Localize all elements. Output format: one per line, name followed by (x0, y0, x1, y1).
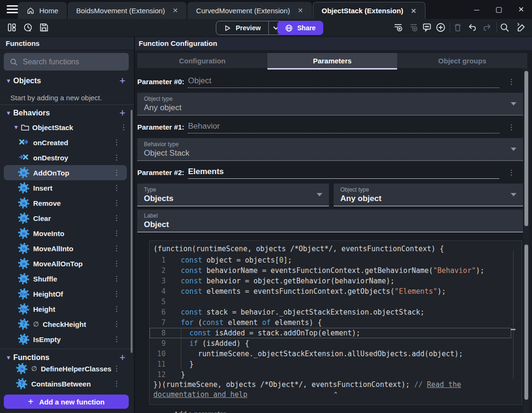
behaviors-section-header[interactable]: ▼ Behaviors + (0, 106, 134, 120)
sidebar-item-moveinto[interactable]: »MoveInto⋮ (4, 226, 127, 241)
sidebar-item-remove[interactable]: »Remove⋮ (4, 195, 127, 211)
parameter-0-menu-icon[interactable]: ⋮ (506, 78, 517, 88)
parameter-2-object-type-select[interactable]: Object type Any object (334, 184, 523, 206)
sidebar-item-containsbetween[interactable]: ?ContainsBetween⋮ (4, 376, 127, 391)
code-line-8[interactable]: 8 const isAdded = stack.addOnTop(element… (150, 328, 511, 338)
add-comment-icon[interactable] (422, 22, 432, 33)
kebab-menu-icon[interactable]: ⋮ (110, 320, 123, 328)
preview-button[interactable]: Preview (216, 21, 284, 35)
sidebar-item-moveallinto[interactable]: »MoveAllInto⋮ (4, 241, 127, 256)
edit-extension-icon[interactable] (516, 22, 527, 33)
add-parameter-button-clipped[interactable]: Add a parameter (149, 409, 522, 413)
caret-down-icon[interactable]: ▼ (4, 354, 13, 361)
sidebar-item-isempty[interactable]: ?IsEmpty⋮ (4, 332, 127, 347)
kebab-menu-icon[interactable]: ⋮ (110, 184, 123, 192)
behavior-folder-row[interactable]: ▼ ObjectStack ⋮ (0, 120, 134, 134)
add-behavior-button[interactable]: + (119, 108, 125, 118)
kebab-menu-icon[interactable]: ⋮ (110, 229, 123, 237)
sidebar-item-shuffle[interactable]: »Shuffle⋮ (4, 271, 127, 286)
code-line-3[interactable]: 3 const behavior = object.getBehavior(be… (150, 276, 511, 286)
code-line-9[interactable]: 9 if (isAdded) { (150, 338, 511, 349)
parameter-1-menu-icon[interactable]: ⋮ (506, 123, 517, 133)
caret-down-icon[interactable]: ▼ (4, 78, 13, 84)
kebab-menu-icon[interactable]: ⋮ (110, 305, 123, 313)
window-tab-1[interactable]: BoidsMovement (Extension)✕ (68, 2, 186, 19)
javascript-code-editor[interactable]: (function(runtimeScene, objects /*Object… (149, 240, 522, 405)
add-subevent-icon[interactable] (408, 22, 418, 33)
sidebar-item-definehelperclasses[interactable]: »∅DefineHelperClasses⋮ (4, 361, 127, 376)
undo-icon[interactable] (467, 22, 478, 33)
code-line-10[interactable]: 10 runtimeScene._objectStackExtension.al… (150, 349, 511, 359)
editor-scrollbar-thumb[interactable] (524, 245, 528, 400)
parameter-2-menu-icon[interactable]: ⋮ (506, 168, 517, 179)
menu-icon[interactable] (7, 5, 18, 14)
caret-down-icon[interactable]: ▼ (4, 110, 13, 116)
sidebar-item-moveallontop[interactable]: »MoveAllOnTop⋮ (4, 256, 127, 271)
kebab-menu-icon[interactable]: ⋮ (110, 138, 123, 147)
parameter-2-type-select[interactable]: Type Objects (137, 184, 329, 206)
sidebar-item-ondestroy[interactable]: onDestroy⋮ (4, 150, 127, 165)
kebab-menu-icon[interactable]: ⋮ (110, 259, 123, 268)
code-line-12[interactable]: 12 } (150, 369, 511, 380)
parameter-0-object-type-select[interactable]: Object type Any object (137, 93, 523, 115)
panels-icon[interactable] (7, 22, 17, 33)
collapse-editor-handle[interactable]: ^ (334, 391, 337, 398)
delete-icon[interactable] (452, 22, 463, 33)
tab-configuration[interactable]: Configuration (137, 53, 267, 68)
sidebar-item-heightof[interactable]: f(x)HeightOf⋮ (4, 286, 127, 301)
tab-close-icon[interactable]: ✕ (170, 7, 178, 14)
window-tab-2[interactable]: CurvedMovement (Extension)✕ (187, 2, 311, 19)
parameter-2-name-input[interactable]: Elements (188, 167, 499, 179)
kebab-menu-icon[interactable]: ⋮ (110, 153, 123, 162)
code-line-6[interactable]: 6 const stack = behavior._objectStackExt… (150, 307, 511, 317)
window-tab-0[interactable]: Home (18, 2, 67, 19)
code-line-7[interactable]: 7 for (const element of elements) { (150, 317, 511, 328)
add-object-button[interactable]: + (119, 76, 125, 86)
close-button[interactable]: ✕ (514, 4, 528, 15)
parameter-1-name-input[interactable]: Behavior (188, 122, 499, 133)
sidebar-item-clear[interactable]: »Clear⋮ (4, 211, 127, 226)
save-icon[interactable] (39, 22, 49, 33)
maximize-button[interactable]: ▢ (492, 4, 506, 15)
kebab-menu-icon[interactable]: ⋮ (110, 199, 123, 207)
parameter-2-label-field[interactable]: Label Object (137, 210, 523, 232)
code-line-4[interactable]: 4 const elements = eventsFunctionContext… (150, 286, 511, 297)
code-line-5[interactable]: 5 (150, 297, 511, 307)
code-line-2[interactable]: 2 const behaviorName = eventsFunctionCon… (150, 265, 511, 276)
kebab-menu-icon[interactable]: ⋮ (110, 290, 123, 298)
kebab-menu-icon[interactable]: ⋮ (110, 335, 123, 343)
tab-close-icon[interactable]: ✕ (408, 7, 417, 15)
kebab-menu-icon[interactable]: ⋮ (110, 168, 123, 177)
sidebar-item-checkheight[interactable]: ?∅CheckHeight⋮ (4, 316, 127, 332)
code-line-1[interactable]: 1 const object = objects[0]; (150, 255, 511, 265)
kebab-menu-icon[interactable]: ⋮ (110, 364, 123, 373)
kebab-menu-icon[interactable]: ⋮ (110, 214, 123, 222)
caret-down-icon[interactable]: ▼ (11, 124, 21, 131)
minimize-button[interactable]: ─ (470, 4, 484, 15)
kebab-menu-icon[interactable]: ⋮ (117, 123, 130, 132)
sidebar-item-addontop[interactable]: »AddOnTop⋮ (4, 165, 127, 180)
parameter-1-behavior-type-select[interactable]: Behavior type Object Stack (137, 138, 523, 161)
kebab-menu-icon[interactable]: ⋮ (110, 274, 123, 283)
history-icon[interactable] (23, 22, 33, 33)
search-icon[interactable] (499, 22, 510, 33)
add-circle-icon[interactable] (435, 22, 446, 33)
sidebar-item-height[interactable]: f(x)Height⋮ (4, 301, 127, 316)
window-tab-3[interactable]: ObjectStack (Extension)✕ (313, 2, 426, 19)
sidebar-item-insert[interactable]: »Insert⋮ (4, 180, 127, 195)
kebab-menu-icon[interactable]: ⋮ (110, 244, 123, 253)
search-functions-box[interactable] (4, 53, 129, 70)
tab-close-icon[interactable]: ✕ (295, 7, 303, 14)
share-button[interactable]: Share (277, 21, 323, 35)
parameters-scrollbar-thumb[interactable] (524, 71, 528, 226)
kebab-menu-icon[interactable]: ⋮ (110, 379, 123, 388)
preview-button-main[interactable]: Preview (216, 24, 268, 32)
add-new-function-button[interactable]: + Add a new function (4, 395, 129, 409)
add-event-icon[interactable] (393, 22, 403, 33)
tab-object-groups[interactable]: Object groups (397, 53, 527, 68)
parameter-0-name-input[interactable]: Object (188, 76, 499, 88)
search-functions-input[interactable] (23, 58, 123, 66)
sidebar-item-oncreated[interactable]: onCreated⋮ (4, 135, 127, 150)
tab-parameters[interactable]: Parameters (267, 53, 398, 68)
objects-section-header[interactable]: ▼ Objects + (0, 74, 134, 88)
